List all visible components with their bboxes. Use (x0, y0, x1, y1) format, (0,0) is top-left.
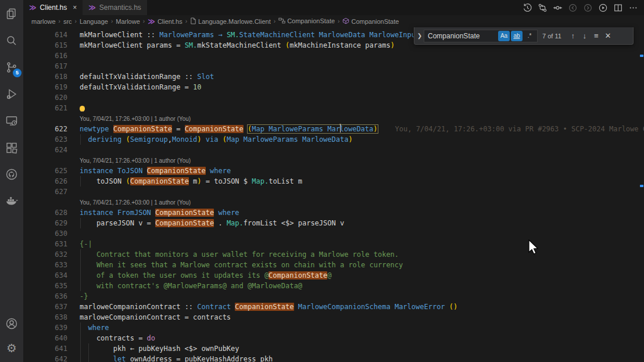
whole-word-toggle[interactable]: ab (511, 31, 523, 41)
code-row[interactable]: 618defaultTxValidationRange :: Slot (23, 71, 644, 82)
tab-client-hs[interactable]: ≫ Client.hs × (23, 0, 83, 15)
remote-explorer-icon[interactable] (2, 112, 21, 130)
run-file-icon[interactable] (597, 2, 609, 14)
code-row[interactable]: 635 with contract's @MarloweParams@ and … (23, 281, 644, 291)
explorer-icon[interactable] (2, 5, 21, 23)
line-number[interactable]: 615 (23, 40, 67, 51)
code-row[interactable]: 620 (23, 92, 644, 103)
line-number[interactable]: 642 (23, 354, 67, 362)
line-number[interactable]: 635 (23, 281, 67, 291)
timeline-icon[interactable] (521, 2, 534, 14)
gitlens-authors[interactable]: You, 7/04/21, 17:26.+03:00 | 1 author (Y… (80, 157, 191, 164)
accounts-icon[interactable] (2, 314, 21, 333)
code-row[interactable]: 628instance FromJSON CompanionState wher… (23, 207, 644, 218)
line-number[interactable]: 628 (23, 207, 67, 218)
next-change-icon[interactable] (582, 2, 594, 14)
run-debug-icon[interactable] (2, 85, 21, 103)
line-number[interactable]: 620 (23, 92, 67, 103)
previous-match-icon[interactable]: ↑ (567, 31, 579, 40)
line-number[interactable]: 631 (23, 239, 67, 249)
line-number[interactable]: 636 (23, 291, 67, 302)
code-row[interactable]: 627 (23, 187, 644, 197)
next-match-icon[interactable]: ↓ (579, 31, 591, 40)
settings-gear-icon[interactable]: ⚙ (2, 339, 21, 357)
line-number[interactable]: 629 (23, 218, 67, 228)
line-number[interactable] (23, 197, 67, 207)
line-number[interactable]: 634 (23, 270, 67, 281)
breadcrumb-item[interactable]: marlowe (30, 18, 57, 25)
line-number[interactable]: 625 (23, 166, 67, 176)
line-number[interactable]: 617 (23, 61, 67, 71)
line-number[interactable]: 633 (23, 260, 67, 270)
find-query-text[interactable]: CompanionState (428, 32, 497, 40)
line-number[interactable]: 621 (23, 103, 67, 113)
breadcrumb-item[interactable]: Language (78, 18, 109, 25)
line-number[interactable]: 637 (23, 302, 67, 312)
match-case-toggle[interactable]: Aa (498, 31, 510, 41)
breadcrumb-item[interactable]: Marlowe (115, 18, 141, 25)
code-row[interactable]: 616 (23, 51, 644, 61)
code-row[interactable]: 642 let ownAddress = pubKeyHashAddress p… (23, 354, 644, 362)
line-number[interactable]: 641 (23, 343, 67, 354)
toggle-replace-icon[interactable]: ❯ (416, 33, 424, 39)
github-icon[interactable] (2, 165, 21, 184)
line-number[interactable]: 619 (23, 82, 67, 92)
close-find-icon[interactable]: ✕ (602, 31, 614, 40)
breadcrumb-item-symbol[interactable]: CompanionState (277, 17, 336, 25)
line-number[interactable] (23, 155, 67, 166)
branch-compare-icon[interactable] (536, 2, 549, 14)
extensions-icon[interactable] (2, 138, 21, 157)
code-row[interactable]: 619defaultTxValidationRange = 10 (23, 82, 644, 92)
line-number[interactable]: 626 (23, 176, 67, 187)
breadcrumb-item-constructor[interactable]: CompanionState (341, 17, 400, 26)
code-row[interactable]: 621 (23, 103, 644, 113)
code-row[interactable]: 641 pkh ← pubKeyHash <$> ownPubKey (23, 343, 644, 354)
line-number[interactable]: 616 (23, 51, 67, 61)
code-row[interactable]: 636-} (23, 291, 644, 302)
lightbulb-icon[interactable] (80, 106, 85, 111)
code-area[interactable]: 614mkMarloweClient :: MarloweParams → SM… (23, 27, 644, 362)
tab-semantics-hs[interactable]: ≫ Semantics.hs (83, 0, 147, 15)
line-number[interactable]: 618 (23, 71, 67, 82)
code-row[interactable]: 623 deriving (Semigroup,Monoid) via (Map… (23, 134, 644, 145)
breadcrumb-item-file[interactable]: ≫ Client.hs (146, 17, 184, 26)
line-number[interactable]: 623 (23, 134, 67, 145)
search-icon[interactable] (2, 31, 21, 50)
code-row[interactable]: 638marloweCompanionContract = contracts (23, 312, 644, 322)
code-row[interactable]: 629 parseJSON v = CompanionState . Map.f… (23, 218, 644, 228)
line-number[interactable]: 632 (23, 249, 67, 260)
breadcrumb-item[interactable]: src (62, 18, 73, 25)
code-row[interactable]: 622newtype CompanionState = CompanionSta… (23, 124, 644, 134)
code-row[interactable]: 639 where (23, 322, 644, 333)
code-row[interactable]: 634 of a token the user owns it updates … (23, 270, 644, 281)
breadcrumb-item-module[interactable]: Language.Marlowe.Client (189, 17, 272, 26)
line-number[interactable]: 624 (23, 145, 67, 155)
gitlens-authors[interactable]: You, 7/04/21, 17:26.+03:00 | 1 author (Y… (80, 116, 191, 122)
code-row[interactable]: 626 toJSON (CompanionState m) = toJSON $… (23, 176, 644, 187)
line-number[interactable]: 640 (23, 333, 67, 343)
code-lens-row[interactable]: You, 7/04/21, 17:26.+03:00 | 1 author (Y… (23, 197, 644, 207)
line-number[interactable] (23, 113, 67, 124)
line-number[interactable]: 614 (23, 30, 67, 40)
line-number[interactable]: 627 (23, 187, 67, 197)
open-changes-icon[interactable] (552, 2, 564, 14)
code-lens-row[interactable]: You, 7/04/21, 17:26.+03:00 | 1 author (Y… (23, 155, 644, 166)
code-row[interactable]: 631{-| (23, 239, 644, 249)
code-row[interactable]: 625instance ToJSON CompanionState where (23, 166, 644, 176)
code-row[interactable]: 632 Contract that monitors a user wallet… (23, 249, 644, 260)
line-number[interactable]: 638 (23, 312, 67, 322)
more-actions-icon[interactable] (627, 2, 639, 14)
code-row[interactable]: 630 (23, 228, 644, 239)
find-in-selection-icon[interactable]: ≡ (591, 31, 602, 40)
close-tab-icon[interactable]: × (73, 3, 77, 12)
source-control-icon[interactable]: 5 (2, 58, 21, 77)
previous-change-icon[interactable] (567, 2, 579, 14)
split-editor-icon[interactable] (612, 2, 624, 14)
line-number[interactable]: 639 (23, 322, 67, 333)
code-row[interactable]: 640 contracts = do (23, 333, 644, 343)
code-row[interactable]: 633 When it sees that a Marlowe contract… (23, 260, 644, 270)
line-number[interactable]: 630 (23, 228, 67, 239)
code-row[interactable]: 624 (23, 145, 644, 155)
code-row[interactable]: 617 (23, 61, 644, 71)
code-row[interactable]: 637marloweCompanionContract :: Contract … (23, 302, 644, 312)
